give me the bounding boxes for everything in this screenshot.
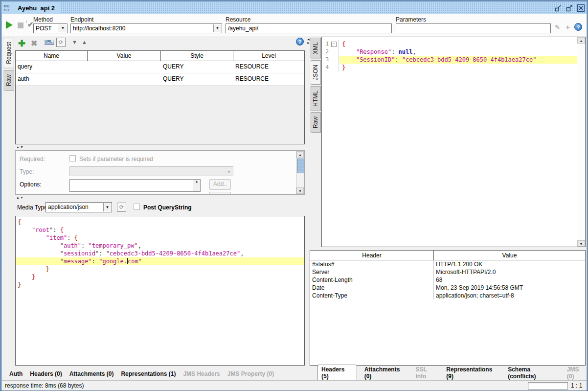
fold-collapse-icon[interactable]: −: [331, 42, 337, 47]
side-tab-request[interactable]: Request: [3, 38, 14, 69]
chevron-down-icon[interactable]: ▼: [213, 24, 221, 32]
code-line[interactable]: }: [16, 265, 304, 273]
column-header-name[interactable]: Name: [16, 51, 88, 61]
restore-window-button[interactable]: [554, 3, 563, 13]
parameters-input[interactable]: [396, 23, 551, 33]
header-row[interactable]: DateMon, 23 Sep 2019 14:56:58 GMT: [310, 284, 585, 292]
code-line[interactable]: {: [16, 218, 304, 226]
code-line[interactable]: "auth": "temporary_pw",: [16, 242, 304, 250]
code-line[interactable]: }: [16, 281, 304, 289]
panel-splitter[interactable]: ◄►: [307, 38, 310, 45]
response-body-editor[interactable]: 1−{2 "Response": null,3 "SessionID": "ce…: [321, 37, 586, 247]
method-value: POST: [36, 25, 52, 32]
column-header-style[interactable]: Style: [161, 51, 233, 61]
param-cell: RESOURCE: [233, 61, 304, 73]
extract-params-from-url-icon[interactable]: URL: [45, 39, 54, 45]
type-select[interactable]: ▼: [69, 166, 233, 176]
code-line[interactable]: 4}: [322, 64, 585, 71]
code-line[interactable]: 1−{: [322, 40, 585, 48]
maximize-window-button[interactable]: [565, 3, 574, 13]
param-row-query[interactable]: queryQUERYRESOURCE: [16, 61, 304, 73]
response-scrollbar[interactable]: ▲ ▼: [577, 37, 585, 247]
chevron-down-icon[interactable]: ▼: [59, 24, 67, 32]
options-listbox[interactable]: ▲: [69, 179, 201, 192]
resource-input[interactable]: /ayehu_api/: [226, 23, 392, 33]
edit-params-icon[interactable]: ✎: [555, 23, 560, 31]
tab-auth[interactable]: Auth: [9, 370, 23, 377]
column-header-value[interactable]: Value: [434, 251, 585, 260]
detail-scrollbar[interactable]: ▲ ▼: [296, 151, 304, 194]
code-text: "message": "google.com": [16, 257, 304, 265]
side-tab-json[interactable]: JSON: [310, 60, 321, 85]
titlebar[interactable]: RE ST Ayehu_api 2: [2, 2, 587, 15]
side-tab-raw[interactable]: Raw: [310, 112, 321, 133]
column-header-level[interactable]: Level: [233, 51, 304, 61]
media-type-select[interactable]: application/json ▼: [45, 202, 112, 212]
code-line[interactable]: "sessionid": "cebcedc3-bdd5-4209-8650-4f…: [16, 250, 304, 257]
endpoint-select[interactable]: http://localhost:8200 ▼: [70, 23, 222, 33]
header-row[interactable]: Content-Length68: [310, 276, 585, 284]
help-icon[interactable]: ?: [296, 38, 304, 46]
side-tab-raw[interactable]: Raw: [3, 70, 14, 91]
close-window-button[interactable]: [576, 3, 586, 13]
recreate-body-icon[interactable]: ⟳: [117, 203, 126, 212]
scrollbar-thumb[interactable]: [297, 159, 304, 173]
tab-representations-1[interactable]: Representations (1): [121, 370, 176, 377]
scroll-up-icon[interactable]: ▲: [577, 37, 585, 44]
column-header-value[interactable]: Value: [88, 51, 161, 61]
method-select[interactable]: POST ▼: [33, 23, 68, 33]
cancel-request-button[interactable]: [18, 23, 23, 28]
scroll-down-icon[interactable]: ▼: [577, 240, 585, 247]
submit-request-button[interactable]: [6, 21, 13, 29]
tab-attachments-0[interactable]: Attachments (0): [69, 370, 114, 377]
code-text: "root": {: [16, 226, 304, 234]
add-param-icon[interactable]: +: [565, 23, 570, 32]
request-body-editor[interactable]: { "root": { "item": { "auth": "temporary…: [15, 216, 305, 366]
tab-representations-9[interactable]: Representations (9): [446, 366, 500, 380]
tab-headers-0[interactable]: Headers (0): [30, 370, 62, 377]
options-scrollbar[interactable]: ▲: [193, 180, 200, 191]
param-row-auth[interactable]: authQUERYRESOURCE: [16, 73, 304, 86]
required-hint: Sets if parameter is required: [79, 156, 153, 162]
move-param-up-icon[interactable]: ▲: [82, 39, 87, 45]
status-bar: response time: 8ms (68 bytes) 1 : 1: [2, 380, 587, 391]
required-label: Required:: [20, 156, 45, 162]
code-line[interactable]: 2 "Response": null,: [322, 48, 585, 56]
update-params-icon[interactable]: ⟳: [56, 38, 66, 47]
add-parameter-icon[interactable]: ✚: [18, 38, 25, 49]
post-querystring-checkbox[interactable]: [134, 204, 140, 210]
param-cell: QUERY: [161, 73, 233, 85]
help-icon[interactable]: ?: [574, 23, 582, 31]
code-line-highlighted[interactable]: 3 "SessionID": "cebcedc3-bdd5-4209-8650-…: [322, 56, 585, 64]
add-option-button[interactable]: Add..: [209, 179, 231, 190]
add-assertion-button[interactable]: ✔ ↓: [27, 20, 34, 29]
tab-schema-conflicts[interactable]: Schema (conflicts): [508, 366, 560, 380]
header-value: application/json; charset=utf-8: [434, 292, 585, 299]
clipped-button[interactable]: [209, 192, 231, 195]
code-line[interactable]: "item": {: [16, 234, 304, 242]
tab-headers-5[interactable]: Headers (5): [317, 365, 357, 381]
scroll-down-icon[interactable]: ▼: [296, 187, 304, 194]
line-gutter: 3: [322, 56, 339, 64]
code-text: "item": {: [16, 234, 304, 242]
line-number: 2: [322, 48, 329, 56]
side-tab-html[interactable]: HTML: [310, 86, 321, 111]
header-row[interactable]: ServerMicrosoft-HTTPAPI/2.0: [310, 268, 585, 276]
header-row[interactable]: #status#HTTP/1.1 200 OK: [310, 260, 585, 268]
media-type-label: Media Type: [17, 204, 47, 211]
move-param-down-icon[interactable]: ▼: [72, 39, 77, 45]
delete-parameter-icon[interactable]: ✖: [31, 39, 37, 48]
tab-attachments-0[interactable]: Attachments (0): [364, 366, 408, 380]
scroll-up-icon[interactable]: ▲: [296, 151, 304, 158]
splitter-handle[interactable]: ▲▼: [16, 145, 24, 149]
code-line[interactable]: }: [16, 273, 304, 281]
splitter-handle[interactable]: ▲▼: [16, 196, 24, 199]
code-line[interactable]: "root": {: [16, 226, 304, 234]
chevron-down-icon[interactable]: ▼: [103, 203, 111, 211]
header-row[interactable]: Content-Typeapplication/json; charset=ut…: [310, 292, 585, 299]
code-line-highlighted[interactable]: "message": "google.com": [16, 257, 304, 265]
required-checkbox[interactable]: [69, 155, 76, 161]
side-tab-xml[interactable]: XML: [310, 38, 321, 59]
rest-icon-bottom: ST: [4, 8, 14, 12]
column-header-header[interactable]: Header: [310, 251, 434, 260]
